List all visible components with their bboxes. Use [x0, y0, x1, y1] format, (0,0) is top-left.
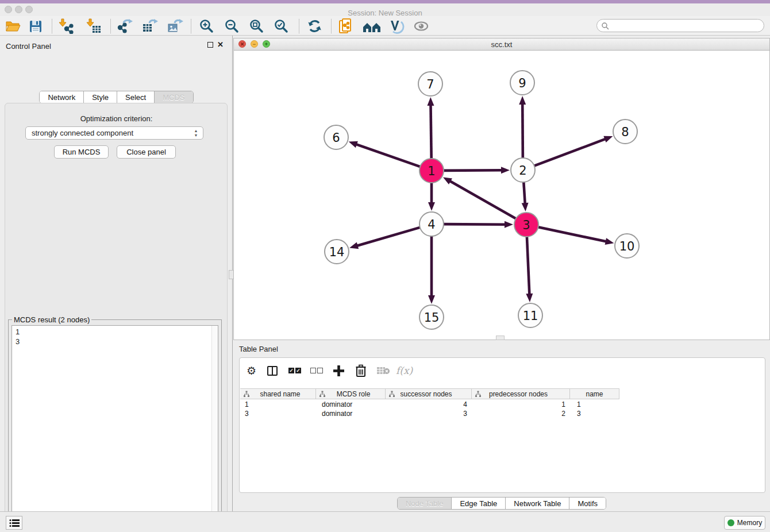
save-session-button[interactable]: [29, 18, 43, 34]
list-icon: [9, 519, 20, 527]
cell-name[interactable]: 1: [570, 400, 619, 409]
open-session-button[interactable]: [5, 18, 21, 34]
result-line: 3: [16, 337, 214, 346]
cell-successor-nodes[interactable]: 4: [386, 400, 472, 409]
graph-node-1[interactable]: 1: [419, 159, 444, 183]
home-networks-button[interactable]: [362, 18, 382, 34]
table-settings-button[interactable]: ⚙: [247, 364, 256, 377]
show-columns-button[interactable]: [267, 364, 278, 377]
graph-node-2[interactable]: 2: [511, 158, 535, 182]
graph-edge-4-14[interactable]: [357, 228, 420, 246]
column-label: shared name: [260, 390, 300, 398]
cell-mcds-role[interactable]: dominator: [316, 409, 386, 418]
function-builder-button[interactable]: f(x): [396, 364, 413, 377]
graph-edge-1-2[interactable]: [444, 170, 502, 171]
cell-shared-name[interactable]: 1: [240, 400, 316, 409]
search-field[interactable]: [596, 19, 764, 32]
graph-edge-1-7[interactable]: [430, 105, 431, 159]
run-mcds-button[interactable]: Run MCDS: [54, 145, 109, 159]
graph-node-10[interactable]: 10: [615, 234, 639, 258]
select-all-button[interactable]: ✓ ✓: [288, 364, 301, 377]
tab-select[interactable]: Select: [117, 91, 155, 103]
zoom-selected-button[interactable]: [274, 18, 289, 34]
graph-edge-2-3[interactable]: [523, 182, 525, 204]
graph-edge-2-9[interactable]: [522, 103, 523, 158]
graph-edge-3-10[interactable]: [538, 227, 607, 241]
zoom-fit-button[interactable]: [249, 18, 264, 34]
column-header-successor-nodes[interactable]: successor nodes: [386, 389, 472, 399]
result-scrollbar[interactable]: [211, 326, 218, 531]
graph-node-14[interactable]: 14: [325, 240, 349, 264]
tab-network-table[interactable]: Network Table: [506, 498, 569, 509]
graph-node-4[interactable]: 4: [419, 212, 444, 236]
graph-node-15[interactable]: 15: [419, 305, 444, 329]
graph-node-7[interactable]: 7: [418, 72, 442, 96]
graph-edge-1-6[interactable]: [356, 144, 420, 167]
network-window-titlebar[interactable]: ✕ − + scc.txt: [234, 38, 769, 51]
zoom-fit-icon: [249, 18, 264, 34]
graph-edge-3-1[interactable]: [449, 181, 515, 219]
tab-network[interactable]: Network: [40, 91, 84, 103]
tab-motifs[interactable]: Motifs: [569, 498, 606, 509]
export-image-button[interactable]: [167, 18, 184, 34]
memory-button[interactable]: Memory: [724, 516, 765, 530]
node-label: 2: [519, 164, 526, 178]
show-hide-button[interactable]: [413, 18, 430, 34]
column-header-name[interactable]: name: [570, 389, 619, 399]
column-label: name: [586, 390, 603, 398]
graph-node-11[interactable]: 11: [518, 303, 542, 327]
search-input[interactable]: [609, 22, 753, 30]
table-row[interactable]: 3 dominator 3 2 3: [240, 409, 619, 418]
tab-mcds[interactable]: MCDS: [155, 91, 192, 103]
delete-table-button[interactable]: [376, 364, 390, 377]
refresh-view-button[interactable]: [307, 18, 323, 34]
graph-node-9[interactable]: 9: [510, 71, 534, 95]
export-network-button[interactable]: [116, 18, 133, 34]
delete-column-button[interactable]: [355, 364, 367, 377]
criterion-dropdown[interactable]: strongly connected component ▲▼: [25, 126, 203, 140]
titlebar[interactable]: Session: New Session: [0, 3, 770, 16]
close-panel-button[interactable]: Close panel: [117, 145, 176, 159]
deselect-all-button[interactable]: [310, 364, 323, 377]
column-header-mcds-role[interactable]: MCDS role: [316, 389, 386, 399]
cell-predecessor-nodes[interactable]: 2: [472, 409, 570, 418]
close-panel-icon[interactable]: ✕: [217, 41, 224, 48]
graph-edge-4-3[interactable]: [444, 224, 506, 225]
column-header-predecessor-nodes[interactable]: predecessor nodes: [472, 389, 570, 399]
network-canvas[interactable]: 7968124314101511: [234, 51, 769, 340]
task-history-button[interactable]: [6, 516, 22, 530]
toolbar-separator: [191, 19, 191, 33]
zoom-in-button[interactable]: [199, 18, 214, 34]
criterion-value: strongly connected component: [32, 129, 133, 137]
refresh-icon: [307, 18, 323, 34]
edge-arrowhead: [519, 96, 526, 105]
graph-node-6[interactable]: 6: [324, 125, 348, 149]
column-header-shared-name[interactable]: shared name: [240, 389, 316, 399]
new-network-from-selection-button[interactable]: [338, 18, 354, 34]
cell-predecessor-nodes[interactable]: 1: [472, 400, 570, 409]
checked-box-icon: ✓: [295, 368, 301, 373]
import-table-button[interactable]: [85, 18, 101, 34]
export-table-button[interactable]: [141, 18, 159, 34]
mcds-result-text[interactable]: 1 3: [11, 325, 218, 532]
graph-node-8[interactable]: 8: [613, 119, 637, 144]
graph-node-3[interactable]: 3: [514, 213, 538, 237]
zoom-out-button[interactable]: [224, 18, 240, 34]
horizontal-splitter-handle[interactable]: [496, 336, 505, 340]
save-icon: [29, 20, 43, 33]
graph-edge-2-8[interactable]: [534, 139, 606, 166]
graph-edge-3-11[interactable]: [527, 237, 529, 295]
float-panel-icon[interactable]: [207, 42, 213, 48]
tab-edge-table[interactable]: Edge Table: [452, 498, 506, 509]
import-network-button[interactable]: [57, 18, 74, 34]
add-column-button[interactable]: [333, 364, 345, 377]
cell-shared-name[interactable]: 3: [240, 409, 316, 418]
cell-successor-nodes[interactable]: 3: [386, 409, 472, 418]
tab-node-table[interactable]: Node Table: [398, 498, 452, 509]
table-panel-tabs: Node Table Edge Table Network Table Moti…: [233, 497, 770, 510]
cell-mcds-role[interactable]: dominator: [316, 400, 386, 409]
vizmapper-button[interactable]: [387, 18, 405, 34]
tab-style[interactable]: Style: [84, 91, 117, 103]
table-row[interactable]: 1 dominator 4 1 1: [240, 400, 619, 409]
cell-name[interactable]: 3: [570, 409, 619, 418]
